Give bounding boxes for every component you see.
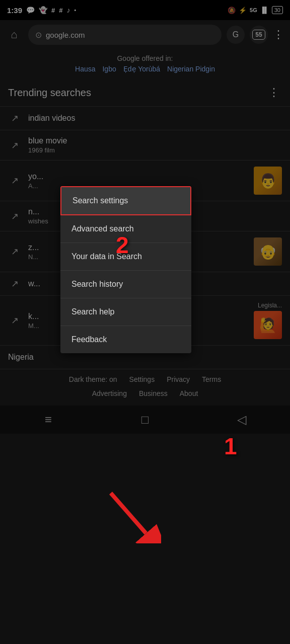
dropdown-item-search-settings[interactable]: Search settings bbox=[60, 186, 191, 215]
feedback-label: Feedback bbox=[71, 335, 107, 344]
search-settings-label: Search settings bbox=[72, 196, 128, 205]
dropdown-menu: Search settings Advanced search Your dat… bbox=[60, 186, 191, 353]
dropdown-item-search-help[interactable]: Search help bbox=[60, 298, 191, 326]
dropdown-item-search-history[interactable]: Search history bbox=[60, 271, 191, 298]
dropdown-item-feedback[interactable]: Feedback bbox=[60, 326, 191, 353]
advanced-search-label: Advanced search bbox=[71, 224, 134, 233]
your-data-label: Your data in Search bbox=[71, 252, 142, 261]
dropdown-item-your-data[interactable]: Your data in Search bbox=[60, 243, 191, 271]
search-history-label: Search history bbox=[71, 280, 123, 288]
search-help-label: Search help bbox=[71, 307, 114, 316]
dropdown-item-advanced-search[interactable]: Advanced search bbox=[60, 215, 191, 243]
